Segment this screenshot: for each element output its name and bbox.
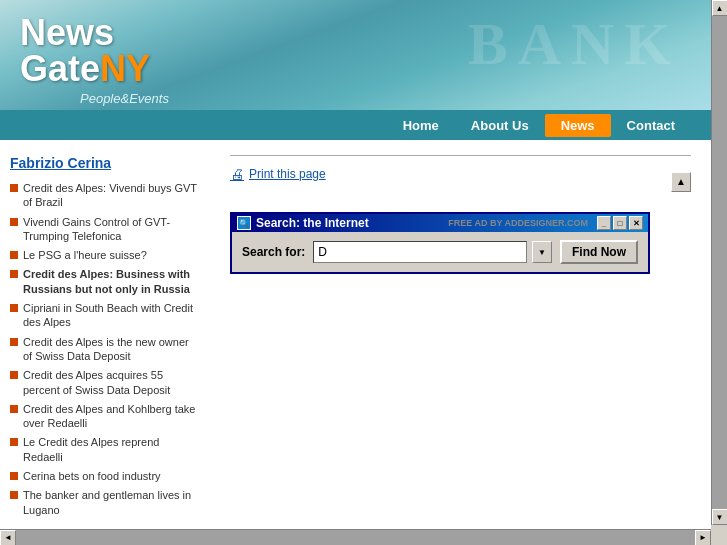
list-item: Credit des Alpes is the new owner of Swi… <box>10 335 200 364</box>
scroll-up-button[interactable]: ▲ <box>712 0 728 16</box>
scrollbar-bottom: ◄ ► <box>0 529 711 545</box>
logo-ny: NY <box>100 48 150 89</box>
list-item: Cipriani in South Beach with Credit des … <box>10 301 200 330</box>
search-widget-body: Search for: ▼ Find Now <box>232 232 648 272</box>
scrollbar-corner <box>711 529 727 545</box>
nav-news[interactable]: News <box>545 114 611 137</box>
bullet-icon <box>10 251 18 259</box>
sidebar-link[interactable]: Credit des Alpes is the new owner of Swi… <box>23 335 200 364</box>
list-item: The banker and gentleman lives in Lugano <box>10 488 200 517</box>
search-widget: 🔍 Search: the Internet FREE AD BY ADDESI… <box>230 212 650 274</box>
scroll-track-right[interactable] <box>712 16 728 509</box>
sidebar-link[interactable]: Le PSG a l'heure suisse? <box>23 248 147 262</box>
content-area: 🖨 Print this page ▲ 🔍 Search: the Intern… <box>210 140 711 529</box>
bullet-icon <box>10 491 18 499</box>
scroll-down-button[interactable]: ▼ <box>712 509 728 525</box>
list-item: Vivendi Gains Control of GVT- Trumping T… <box>10 215 200 244</box>
logo-news: News <box>20 12 114 53</box>
list-item: Credit des Alpes and Kohlberg take over … <box>10 402 200 431</box>
printer-icon: 🖨 <box>230 166 244 182</box>
list-item: Credit des Alpes acquires 55 percent of … <box>10 368 200 397</box>
nav-contact[interactable]: Contact <box>611 114 691 137</box>
list-item: Cerina bets on food industry <box>10 469 200 483</box>
search-dropdown-button[interactable]: ▼ <box>532 241 552 263</box>
bullet-icon <box>10 184 18 192</box>
site-header: BANK News GateNY People&Events <box>0 0 711 110</box>
search-widget-titlebar: 🔍 Search: the Internet FREE AD BY ADDESI… <box>232 214 648 232</box>
main-layout: Fabrizio Cerina Credit des Alpes: Vivend… <box>0 140 711 529</box>
search-widget-ad: FREE AD BY ADDESIGNER.COM <box>448 218 588 228</box>
logo-line2: GateNY <box>20 51 169 87</box>
sidebar-link[interactable]: Credit des Alpes: Vivendi buys GVT of Br… <box>23 181 200 210</box>
sidebar-link[interactable]: Cerina bets on food industry <box>23 469 161 483</box>
nav-bar: Home About Us News Contact <box>0 110 711 140</box>
maximize-button[interactable]: □ <box>613 216 627 230</box>
logo-line1: News <box>20 15 169 51</box>
header-watermark: BANK <box>468 10 681 79</box>
sidebar-link[interactable]: Vivendi Gains Control of GVT- Trumping T… <box>23 215 200 244</box>
search-widget-controls: _ □ ✕ <box>597 216 643 230</box>
scroll-up-button[interactable]: ▲ <box>671 172 691 192</box>
print-label: Print this page <box>249 167 326 181</box>
search-input-area: ▼ <box>313 241 552 263</box>
sidebar: Fabrizio Cerina Credit des Alpes: Vivend… <box>0 140 210 529</box>
minimize-button[interactable]: _ <box>597 216 611 230</box>
list-item: Credit des Alpes: Vivendi buys GVT of Br… <box>10 181 200 210</box>
nav-about[interactable]: About Us <box>455 114 545 137</box>
content-divider <box>230 155 691 156</box>
logo-area: News GateNY People&Events <box>20 15 169 106</box>
print-link[interactable]: 🖨 Print this page <box>230 166 671 182</box>
sidebar-link[interactable]: Credit des Alpes acquires 55 percent of … <box>23 368 200 397</box>
search-input[interactable] <box>313 241 527 263</box>
search-widget-title-left: 🔍 Search: the Internet <box>237 216 369 230</box>
bullet-icon <box>10 472 18 480</box>
list-item: Credit des Alpes: Business with Russians… <box>10 267 200 296</box>
list-item: Le PSG a l'heure suisse? <box>10 248 200 262</box>
search-widget-icon: 🔍 <box>237 216 251 230</box>
bullet-icon <box>10 371 18 379</box>
logo-gate: Gate <box>20 48 100 89</box>
page-content: BANK News GateNY People&Events Home Abou… <box>0 0 711 529</box>
search-widget-title: Search: the Internet <box>256 216 369 230</box>
nav-home[interactable]: Home <box>387 114 455 137</box>
bullet-icon <box>10 405 18 413</box>
sidebar-link[interactable]: The banker and gentleman lives in Lugano <box>23 488 200 517</box>
sidebar-author[interactable]: Fabrizio Cerina <box>10 155 200 171</box>
search-for-label: Search for: <box>242 245 305 259</box>
list-item: Le Credit des Alpes reprend Redaelli <box>10 435 200 464</box>
scroll-left-button[interactable]: ◄ <box>0 530 16 546</box>
bullet-icon <box>10 338 18 346</box>
logo-tagline: People&Events <box>80 91 169 106</box>
bullet-icon <box>10 218 18 226</box>
close-button[interactable]: ✕ <box>629 216 643 230</box>
find-now-button[interactable]: Find Now <box>560 240 638 264</box>
sidebar-link[interactable]: Le Credit des Alpes reprend Redaelli <box>23 435 200 464</box>
scroll-track-bottom[interactable] <box>16 530 695 546</box>
bullet-icon <box>10 270 18 278</box>
bullet-icon <box>10 438 18 446</box>
scroll-right-button[interactable]: ► <box>695 530 711 546</box>
scrollbar-right: ▲ ▼ <box>711 0 727 525</box>
sidebar-link-active[interactable]: Credit des Alpes: Business with Russians… <box>23 267 200 296</box>
browser-window: BANK News GateNY People&Events Home Abou… <box>0 0 727 545</box>
bullet-icon <box>10 304 18 312</box>
sidebar-link[interactable]: Credit des Alpes and Kohlberg take over … <box>23 402 200 431</box>
sidebar-link[interactable]: Cipriani in South Beach with Credit des … <box>23 301 200 330</box>
